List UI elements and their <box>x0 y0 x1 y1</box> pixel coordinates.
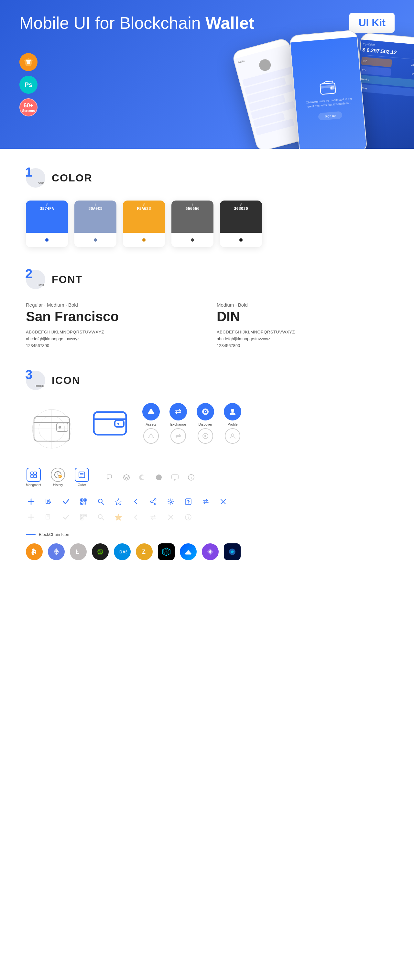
assets-icon-outline <box>143 428 159 444</box>
font-san-francisco: Regular · Medium · Bold San Francisco AB… <box>26 302 197 348</box>
ui-kit-badge: UI Kit <box>349 13 395 33</box>
svg-point-41 <box>156 474 162 480</box>
plus-icon <box>26 496 36 507</box>
svg-line-69 <box>152 502 154 504</box>
font-section-number: 2 TWO <box>26 270 45 289</box>
svg-rect-84 <box>81 518 83 519</box>
utility-icons-grey-row <box>26 512 388 522</box>
wallet-solid-icon <box>91 403 129 442</box>
order-icon-item: Order <box>75 468 89 487</box>
svg-point-66 <box>154 503 156 505</box>
swap-icon <box>201 496 211 507</box>
hero-title: Mobile UI for Blockchain Wallet <box>19 13 395 33</box>
bnt-logo <box>224 543 240 560</box>
info-circle-icon-grey <box>183 512 193 522</box>
crescent-icon <box>137 472 148 482</box>
color-swatches: # 3574FA # 8DA0C8 # F5A623 <box>26 200 388 247</box>
plus-icon-grey <box>26 512 36 522</box>
management-icon-item: Mangment <box>26 468 41 487</box>
font-grid: Regular · Medium · Bold San Francisco AB… <box>26 302 388 348</box>
ps-badge: Ps <box>19 76 38 94</box>
management-icon <box>27 468 41 482</box>
nav-icons-group: Assets <box>142 403 241 444</box>
upload-icon <box>183 496 193 507</box>
svg-rect-53 <box>81 500 83 501</box>
close-x-icon-grey <box>166 512 176 522</box>
check-icon-grey <box>61 512 71 522</box>
svg-line-86 <box>102 518 104 520</box>
history-icon-item: History <box>51 468 65 487</box>
svg-point-25 <box>205 411 206 412</box>
svg-rect-13 <box>57 423 68 431</box>
assets-nav-item: Assets <box>142 403 160 444</box>
circle-icon <box>154 472 164 482</box>
star-icon <box>113 496 124 507</box>
svg-point-14 <box>59 426 61 428</box>
eth-logo <box>48 543 65 560</box>
svg-point-91 <box>188 515 189 516</box>
svg-point-27 <box>204 435 206 437</box>
blockchain-label: BlockChain Icon <box>26 532 388 537</box>
color-section-header: 1 ONE COLOR <box>26 168 388 188</box>
search-icon-grey <box>96 512 106 522</box>
phone-center: Character may be manifested in thegreat … <box>289 30 368 149</box>
svg-rect-15 <box>94 412 126 435</box>
layers-icon <box>121 472 132 482</box>
hero-badges: Ps 60+ Screens <box>19 53 38 116</box>
svg-point-67 <box>151 501 152 503</box>
svg-rect-82 <box>84 515 86 516</box>
history-icon <box>51 468 65 482</box>
btc-logo <box>26 543 43 560</box>
sketch-badge <box>19 53 38 71</box>
order-icon <box>75 468 89 482</box>
svg-point-18 <box>118 423 119 425</box>
svg-rect-32 <box>31 475 33 478</box>
waves-logo <box>180 543 197 560</box>
svg-line-68 <box>152 500 154 501</box>
hero-section: Mobile UI for Blockchain Wallet UI Kit P… <box>0 0 414 149</box>
exchange-icon-outline <box>170 428 186 444</box>
color-section-number: 1 ONE <box>26 168 45 188</box>
svg-rect-33 <box>34 475 37 478</box>
color-card-grey: # 666666 <box>171 200 213 247</box>
icon-section-title: ICON <box>52 374 80 387</box>
main-content: 1 ONE COLOR # 3574FA # 8DA0C8 <box>0 149 414 602</box>
svg-rect-57 <box>81 503 83 504</box>
svg-rect-80 <box>81 515 83 516</box>
profile-icon-filled <box>224 403 241 420</box>
svg-point-65 <box>154 499 156 500</box>
svg-point-70 <box>170 501 172 503</box>
svg-text:Z: Z <box>142 549 145 555</box>
font-section-title: FONT <box>52 274 83 286</box>
svg-marker-95 <box>54 552 56 555</box>
chat-icon <box>105 472 115 482</box>
svg-rect-30 <box>31 472 33 474</box>
check-icon <box>61 496 71 507</box>
discover-nav-item: Discover <box>197 403 214 444</box>
svg-line-64 <box>102 503 104 504</box>
color-card-blue: # 3574FA <box>26 200 68 247</box>
edit-icon-grey <box>43 512 54 522</box>
info-icon <box>186 472 196 482</box>
edit-icon <box>43 496 54 507</box>
matic-logo <box>202 543 219 560</box>
share-icon <box>148 496 158 507</box>
grid-logo <box>158 543 175 560</box>
svg-marker-94 <box>56 552 59 555</box>
assets-icon-filled <box>142 403 160 420</box>
zcash-logo: Z <box>136 543 153 560</box>
svg-point-22 <box>150 435 152 437</box>
exchange-nav-item: Exchange <box>169 403 187 444</box>
crypto-logos-row: Ł DASH Z <box>26 543 388 560</box>
color-card-orange: # F5A623 <box>123 200 165 247</box>
wallet-wireframe-icon <box>26 403 78 455</box>
dash-logo: DASH <box>114 543 131 560</box>
svg-point-63 <box>98 499 102 503</box>
profile-nav-item: Profile <box>224 403 241 444</box>
phone-mockups: Profile <box>236 32 414 149</box>
qr-icon-grey <box>78 512 89 522</box>
arrows-icon-grey <box>148 512 158 522</box>
font-section-header: 2 TWO FONT <box>26 270 388 289</box>
color-card-dark: # 303030 <box>220 200 262 247</box>
font-section: 2 TWO FONT Regular · Medium · Bold San F… <box>26 270 388 348</box>
